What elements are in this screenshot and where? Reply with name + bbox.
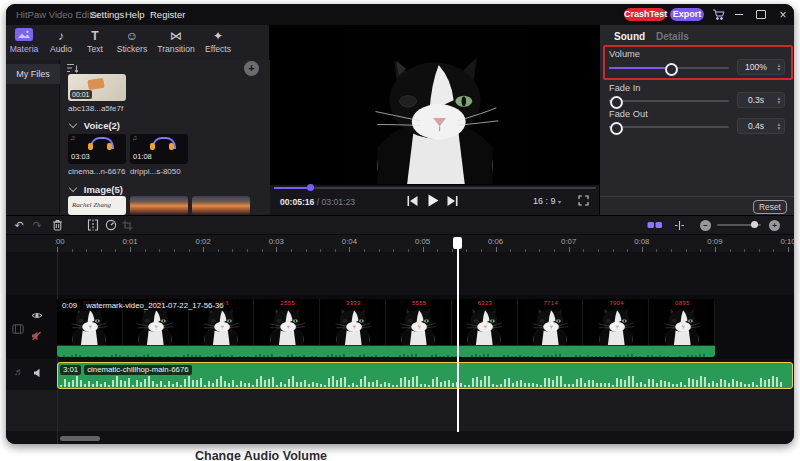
playhead-line — [457, 238, 459, 432]
filmstrip-frame: 3333 — [320, 299, 386, 345]
menu-register[interactable]: Register — [150, 9, 185, 20]
library-image-item[interactable]: Rachel Zhang — [68, 196, 126, 215]
tab-effects[interactable]: ✦ Effects — [200, 26, 236, 59]
filmstrip-frame: 7904 — [583, 299, 649, 345]
close-button[interactable]: × — [774, 4, 792, 25]
stickers-icon: ☺ — [112, 28, 152, 44]
undo-button[interactable]: ↶ — [12, 218, 26, 232]
minimize-icon — [735, 14, 743, 16]
ruler-label: 0:05 — [415, 237, 430, 246]
fade-out-value: 0.4s — [738, 121, 774, 131]
fade-out-stepper[interactable]: ▴ ▾ — [774, 122, 784, 131]
fade-in-slider[interactable] — [609, 96, 729, 105]
headphones-pad — [107, 143, 112, 150]
watermark-frame-number: 7714 — [543, 300, 558, 306]
maximize-button[interactable] — [752, 4, 770, 25]
seek-bar[interactable] — [274, 187, 596, 189]
panel-divider — [600, 196, 794, 197]
timeline-ruler[interactable]: 0:000:010:020:030:040:050:060:070:080:09… — [55, 236, 794, 252]
tab-details[interactable]: Details — [656, 31, 689, 42]
caret-down-icon[interactable]: ▾ — [778, 100, 781, 105]
track-mute-toggle[interactable] — [31, 331, 42, 341]
seek-handle[interactable] — [307, 184, 314, 191]
tab-text[interactable]: T Text — [81, 26, 109, 59]
crashtest-button[interactable]: CrashTest — [624, 8, 666, 21]
menu-settings[interactable]: Settings — [90, 9, 124, 20]
add-media-button[interactable]: + — [244, 61, 259, 76]
minimize-button[interactable] — [730, 4, 748, 25]
speed-button[interactable] — [104, 218, 118, 232]
timeline-zoom-thumb[interactable] — [751, 221, 758, 228]
track-visibility-toggle[interactable] — [31, 311, 43, 320]
library-audio-item[interactable]: ♫ 01:08 — [130, 134, 188, 164]
headphones-pad — [150, 143, 155, 150]
watermark-frame-number: 5555 — [412, 300, 427, 306]
filmstrip-frame: 2555 — [254, 299, 320, 345]
menu-help[interactable]: Help — [125, 9, 145, 20]
timeline-audio-clip[interactable]: 3:01 cinematic-chillhop-main-6676 — [57, 362, 793, 389]
watermark-frame-number: 0895 — [675, 300, 690, 306]
fade-out-slider-thumb[interactable] — [610, 122, 623, 135]
tab-audio[interactable]: ♪ Audio — [46, 26, 76, 59]
reset-button[interactable]: Reset — [753, 200, 787, 214]
library-image-item[interactable] — [130, 196, 188, 215]
tab-stickers[interactable]: ☺ Stickers — [112, 26, 152, 59]
preview-frame-cat — [341, 26, 529, 184]
ruler-label: 0:07 — [561, 237, 576, 246]
library-image-item[interactable] — [192, 196, 250, 215]
note-icon: ♫ — [70, 134, 75, 141]
materia-icon — [8, 28, 40, 44]
fullscreen-button[interactable] — [578, 195, 589, 206]
image-section-header[interactable]: Image(5) — [70, 184, 123, 195]
snap-toggle[interactable] — [672, 218, 686, 232]
audio-icon: ♪ — [46, 28, 76, 44]
transport-bar: 00:05:16 / 03:01:23 16 : 9 ▾ — [270, 185, 600, 215]
redo-button[interactable]: ↷ — [30, 218, 44, 232]
delete-button[interactable] — [50, 218, 64, 232]
fade-out-value-box[interactable]: 0.4s ▴ ▾ — [737, 118, 785, 134]
aspect-ratio-select[interactable]: 16 : 9 ▾ — [533, 196, 561, 206]
tab-transition[interactable]: ⋈ Transition — [154, 26, 198, 59]
tab-materia[interactable]: Materia — [8, 26, 40, 59]
duration-label: 03:03 — [71, 152, 90, 161]
sort-icon[interactable] — [66, 63, 79, 74]
empty-track-row — [6, 390, 794, 431]
next-frame-button[interactable] — [446, 195, 459, 207]
ruler-label: 0:10 — [780, 237, 794, 246]
library-video-item[interactable]: 00:01 — [68, 74, 126, 101]
chevron-down-icon — [69, 120, 77, 128]
library-audio-item[interactable]: ♫ 03:03 — [68, 134, 126, 164]
fade-in-stepper[interactable]: ▴ ▾ — [774, 96, 784, 105]
caret-down-icon[interactable]: ▾ — [778, 126, 781, 131]
tab-sound[interactable]: Sound — [614, 31, 645, 42]
ruler-label: 0:03 — [269, 237, 284, 246]
sidebar-item-my-files[interactable]: My Files — [6, 64, 60, 84]
fade-in-value-box[interactable]: 0.3s ▴ ▾ — [737, 92, 785, 108]
clip-duration: 0:09 — [59, 301, 80, 311]
audio-clip-label: 3:01 cinematic-chillhop-main-6676 — [60, 365, 192, 375]
timeline-horizontal-scrollbar[interactable] — [60, 436, 100, 441]
total-time: 03:01:23 — [322, 197, 355, 207]
video-clip-label: 0:09 watermark-video_2021-07-22_17-56-36 — [59, 301, 227, 311]
chevron-down-icon — [69, 184, 77, 192]
zoom-in-button[interactable]: + — [769, 220, 780, 231]
timeline-zoom-slider[interactable] — [717, 221, 761, 229]
zoom-out-button[interactable]: − — [700, 220, 711, 231]
crop-button[interactable] — [120, 218, 134, 232]
clip-name: cinematic-chillhop-main-6676 — [84, 365, 191, 375]
export-button[interactable]: Export — [670, 8, 704, 21]
fade-in-slider-thumb[interactable] — [610, 96, 623, 109]
video-preview[interactable] — [270, 25, 600, 185]
timeline-video-clip[interactable]: 0176028811882555333355556323771479040895… — [57, 299, 715, 357]
track-height-toggle[interactable] — [646, 218, 664, 232]
split-button[interactable] — [86, 218, 100, 232]
previous-frame-button[interactable] — [406, 195, 419, 207]
watermark-frame-number: 7904 — [609, 300, 624, 306]
play-button[interactable] — [427, 194, 439, 207]
playhead-handle[interactable] — [453, 237, 462, 249]
audio-track-volume-toggle[interactable] — [33, 368, 44, 378]
fade-out-slider[interactable] — [609, 122, 729, 131]
voice-section-header[interactable]: Voice(2) — [70, 120, 120, 131]
tab-label: Audio — [46, 44, 76, 54]
cart-icon[interactable] — [712, 8, 725, 21]
